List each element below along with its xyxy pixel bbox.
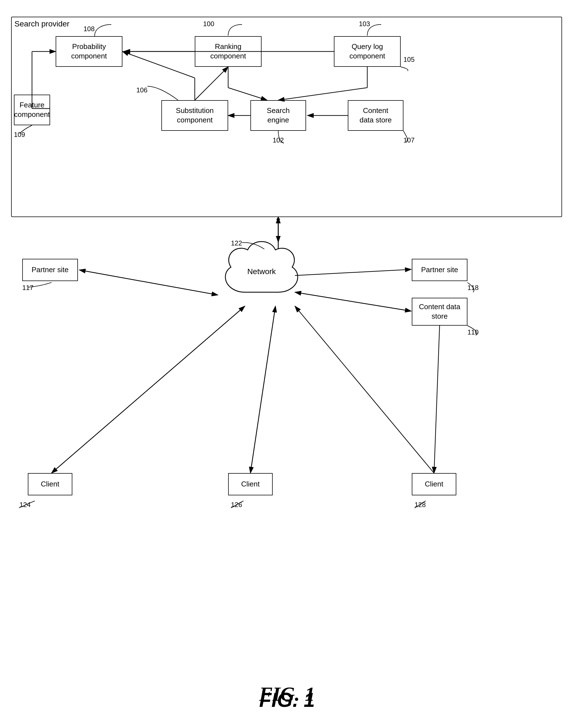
- probability-component: Probabilitycomponent: [56, 36, 122, 67]
- svg-text:Network: Network: [247, 267, 276, 276]
- svg-line-31: [250, 306, 276, 473]
- client-2: Client: [228, 473, 273, 495]
- figure-label: FIG. 1: [259, 683, 315, 706]
- partner-site-right: Partner site: [412, 259, 467, 281]
- ref-118: 118: [467, 284, 479, 292]
- content-store-inner: Contentdata store: [348, 100, 403, 131]
- substitution-component: Substitutioncomponent: [161, 100, 228, 131]
- ref-110: 110: [467, 328, 479, 336]
- ref-103: 103: [359, 20, 370, 28]
- ref-102: 102: [273, 136, 284, 144]
- svg-line-30: [51, 306, 245, 473]
- svg-line-28: [250, 306, 276, 473]
- ref-122: 122: [231, 239, 242, 247]
- search-engine: Searchengine: [250, 100, 306, 131]
- svg-line-23: [79, 270, 218, 295]
- client-3: Client: [412, 473, 456, 495]
- svg-marker-20: [276, 249, 280, 252]
- ref-128: 128: [415, 501, 426, 509]
- ref-117: 117: [22, 284, 33, 292]
- partner-site-left: Partner site: [22, 259, 78, 281]
- ref-105: 105: [403, 56, 415, 64]
- svg-line-32: [295, 306, 434, 473]
- ref-124: 124: [19, 501, 31, 509]
- diagram: Search provider Probabilitycomponent 108…: [0, 0, 574, 728]
- content-store-outer: Content datastore: [412, 298, 467, 326]
- svg-line-25: [295, 292, 411, 311]
- search-provider-label: Search provider: [14, 19, 70, 28]
- svg-line-24: [295, 269, 411, 276]
- svg-line-27: [51, 306, 245, 473]
- ref-126: 126: [231, 501, 242, 509]
- query-log-component: Query logcomponent: [334, 36, 401, 67]
- ref-109: 109: [14, 131, 25, 138]
- feature-component: Featurecomponent: [14, 95, 50, 125]
- ranking-component: Rankingcomponent: [195, 36, 261, 67]
- ref-107: 107: [403, 136, 415, 144]
- svg-line-22: [79, 270, 218, 295]
- svg-line-26: [295, 292, 411, 311]
- ref-106: 106: [136, 86, 148, 94]
- svg-line-29: [434, 326, 440, 473]
- ref-108: 108: [83, 25, 94, 33]
- ref-100: 100: [203, 20, 214, 28]
- client-1: Client: [28, 473, 72, 495]
